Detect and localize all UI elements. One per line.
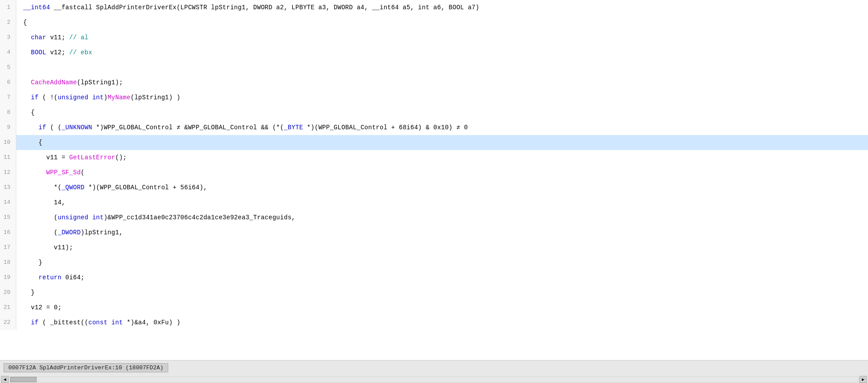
code-token: ( (	[46, 124, 62, 131]
code-token: WPP_GLOBAL_Control	[318, 124, 387, 131]
code-token: *(	[23, 184, 62, 191]
code-token: (lpString1);	[77, 79, 123, 86]
line-number: 2	[0, 15, 16, 30]
line-number: 6	[0, 75, 16, 90]
code-token: if	[23, 319, 39, 326]
line-number: 15	[0, 210, 16, 225]
code-line-content: BOOL v12; // ebx	[16, 45, 868, 60]
scroll-track[interactable]	[10, 376, 858, 383]
code-line-content: WPP_SF_Sd(	[16, 165, 868, 180]
table-row: 11 v11 = GetLastError();	[0, 150, 868, 165]
status-bar: 0007F12A SplAddPrinterDriverEx:10 (18007…	[0, 360, 868, 375]
code-line-content: }	[16, 285, 868, 300]
line-number: 10	[0, 135, 16, 150]
code-token: )lpString1,	[81, 229, 123, 236]
code-line-content: v12 = 0;	[16, 300, 868, 315]
code-line-content	[16, 60, 868, 75]
line-number: 21	[0, 300, 16, 315]
code-line-content: *(_QWORD *)(WPP_GLOBAL_Control + 56i64),	[16, 180, 868, 195]
code-token: WPP_GLOBAL_Control	[100, 184, 169, 191]
line-number: 22	[0, 315, 16, 330]
code-token: (	[23, 229, 58, 236]
code-token: return	[23, 274, 62, 281]
table-row: 9 if ( (_UNKNOWN *)WPP_GLOBAL_Control ≠ …	[0, 120, 868, 135]
code-token: ( !(	[38, 94, 57, 101]
code-token: {	[23, 19, 27, 26]
scroll-thumb[interactable]	[10, 377, 37, 382]
scroll-left-arrow[interactable]: ◀	[1, 376, 9, 383]
code-area[interactable]: 1__int64 __fastcall SplAddPrinterDriverE…	[0, 0, 868, 360]
code-token: )	[104, 94, 108, 101]
code-line-content: if ( _bittest((const int *)&a4, 0xFu) )	[16, 315, 868, 330]
code-token: MyName	[108, 94, 131, 101]
code-table: 1__int64 __fastcall SplAddPrinterDriverE…	[0, 0, 868, 330]
table-row: 3 char v11; // al	[0, 30, 868, 45]
code-line-content: v11);	[16, 240, 868, 255]
table-row: 7 if ( !(unsigned int)MyName(lpString1) …	[0, 90, 868, 105]
code-token: _DWORD	[58, 229, 81, 236]
code-line-content: (_DWORD)lpString1,	[16, 225, 868, 240]
line-number: 8	[0, 105, 16, 120]
code-line-content: __int64 __fastcall SplAddPrinterDriverEx…	[16, 0, 868, 15]
table-row: 22 if ( _bittest((const int *)&a4, 0xFu)…	[0, 315, 868, 330]
code-token: _BYTE	[284, 124, 303, 131]
code-line-content: CacheAddName(lpString1);	[16, 75, 868, 90]
code-token: unsigned int	[58, 94, 104, 101]
table-row: 4 BOOL v12; // ebx	[0, 45, 868, 60]
scroll-right-arrow[interactable]: ▶	[859, 376, 867, 383]
code-token: v11;	[46, 34, 69, 41]
code-token: // al	[69, 34, 88, 41]
code-token: 14,	[23, 199, 66, 206]
code-token: v11);	[23, 244, 73, 251]
code-line-content: return 0i64;	[16, 270, 868, 285]
code-line-content: {	[16, 105, 868, 120]
code-token: GetLastError	[69, 154, 115, 161]
table-row: 17 v11);	[0, 240, 868, 255]
code-token: *)(	[85, 184, 100, 191]
code-token: (LPCWSTR lpString1, DWORD a2, LPBYTE a3,…	[177, 4, 479, 11]
code-token: ( _bittest((	[38, 319, 88, 326]
code-token: )&WPP_cc1d341ae0c23706c4c2da1ce3e92ea3_T…	[104, 214, 295, 221]
line-number: 7	[0, 90, 16, 105]
table-row: 1__int64 __fastcall SplAddPrinterDriverE…	[0, 0, 868, 15]
line-number: 1	[0, 0, 16, 15]
table-row: 6 CacheAddName(lpString1);	[0, 75, 868, 90]
table-row: 15 (unsigned int)&WPP_cc1d341ae0c23706c4…	[0, 210, 868, 225]
code-token: _QWORD	[61, 184, 84, 191]
horizontal-scrollbar[interactable]: ◀ ▶	[0, 375, 868, 383]
line-number: 18	[0, 255, 16, 270]
code-token: }	[23, 289, 35, 296]
code-token: __fastcall	[50, 4, 96, 11]
table-row: 21 v12 = 0;	[0, 300, 868, 315]
code-line-content: if ( !(unsigned int)MyName(lpString1) )	[16, 90, 868, 105]
line-number: 13	[0, 180, 16, 195]
code-token: if	[23, 94, 39, 101]
code-token: unsigned int	[58, 214, 104, 221]
line-number: 9	[0, 120, 16, 135]
table-row: 19 return 0i64;	[0, 270, 868, 285]
line-number: 16	[0, 225, 16, 240]
code-token: SplAddPrinterDriverEx	[96, 4, 177, 11]
code-token: ();	[115, 154, 127, 161]
line-number: 14	[0, 195, 16, 210]
code-line-content: if ( (_UNKNOWN *)WPP_GLOBAL_Control ≠ &W…	[16, 120, 868, 135]
code-token: WPP_SF_Sd	[46, 169, 81, 176]
code-token: (	[81, 169, 85, 176]
line-number: 4	[0, 45, 16, 60]
code-line-content: char v11; // al	[16, 30, 868, 45]
code-line-content: {	[16, 135, 868, 150]
table-row: 12 WPP_SF_Sd(	[0, 165, 868, 180]
table-row: 8 {	[0, 105, 868, 120]
code-line-content: 14,	[16, 195, 868, 210]
table-row: 18 }	[0, 255, 868, 270]
line-number: 17	[0, 240, 16, 255]
table-row: 10 {	[0, 135, 868, 150]
table-row: 16 (_DWORD)lpString1,	[0, 225, 868, 240]
line-number: 12	[0, 165, 16, 180]
code-token: }	[23, 259, 42, 266]
code-line-content: {	[16, 15, 868, 30]
code-token: _UNKNOWN	[61, 124, 92, 131]
code-token: {	[23, 139, 42, 146]
code-token: *)(	[303, 124, 318, 131]
line-number: 5	[0, 60, 16, 75]
